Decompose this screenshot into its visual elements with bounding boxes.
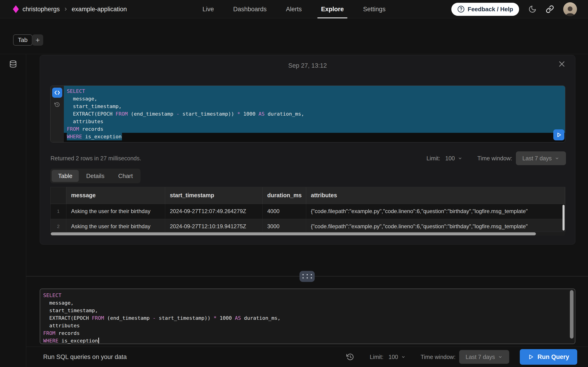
result-meta: Returned 2 rows in 27 milliseconds. [51,155,141,162]
scrollbar-thumb[interactable] [562,205,565,231]
chevron-down-icon [401,354,406,359]
run-query-label: Run Query [537,353,569,361]
link-icon [546,5,554,13]
feedback-help-button[interactable]: Feedback / Help [451,3,519,16]
nav-item-alerts[interactable]: Alerts [285,0,303,18]
scrollbar-thumb[interactable] [51,232,536,235]
nav-item-dashboards[interactable]: Dashboards [232,0,268,18]
logfire-logo[interactable] [13,5,19,13]
table-cell[interactable]: 2024-09-27T12:10:19.941275Z [165,219,262,232]
breadcrumb-org[interactable]: christophergs [23,6,60,13]
add-tab-button[interactable]: + [32,34,43,46]
editor-hint: Run SQL queries on your data [43,353,345,361]
chevron-down-icon [554,156,560,161]
nav-item-settings[interactable]: Settings [362,0,387,18]
view-tabs: TableDetailsChart [50,169,141,183]
table-cell[interactable]: 3000 [262,219,306,232]
result-meta-row: Returned 2 rows in 27 milliseconds. Limi… [51,151,566,165]
share-link-button[interactable] [546,5,554,13]
breadcrumb-chevron-icon [63,7,68,11]
row-number: 1 [51,204,66,219]
breadcrumb: christophergs example-application [13,0,127,18]
query-history-button[interactable] [345,353,355,361]
sql-history-block: SELECT message, start_timestamp, EXTRACT… [50,85,565,142]
run-query-button[interactable]: Run Query [520,349,577,365]
limit-value: 100 [445,155,455,162]
code-view-button[interactable] [52,88,62,98]
database-icon[interactable] [9,60,17,68]
nav-item-live[interactable]: Live [202,0,215,18]
close-button[interactable] [559,61,565,67]
close-icon [559,61,565,67]
sql-query-display[interactable]: SELECT message, start_timestamp, EXTRACT… [64,86,565,142]
time-window-value: Last 7 days [466,354,495,360]
panel-divider [26,276,588,276]
view-tab-details[interactable]: Details [80,170,111,182]
limit-select[interactable]: 100 [387,353,407,361]
table-cell[interactable]: {"code.filepath":"example.py","code.line… [306,204,565,219]
tab-bar: Tab + [0,18,588,54]
sql-editor-code[interactable]: SELECT message, start_timestamp, EXTRACT… [40,289,575,344]
play-icon [528,354,534,360]
table-cell[interactable]: Asking the user for their birthday [66,219,165,232]
row-number: 2 [51,219,66,232]
feedback-help-label: Feedback / Help [468,6,513,13]
editor-scrollbar[interactable] [570,290,573,342]
time-window-select[interactable]: Last 7 days [516,151,566,165]
table-body: 1Asking the user for their birthday2024-… [51,204,565,232]
result-controls: Limit: 100 Time window: Last 7 days [426,151,566,165]
primary-nav: LiveDashboardsAlertsExploreSettings [202,0,387,18]
tab-button[interactable]: Tab [13,34,32,46]
table-header-row: messagestart_timestampduration_msattribu… [51,187,565,204]
moon-icon [528,5,536,13]
breadcrumb-project[interactable]: example-application [72,6,127,13]
history-icon [54,101,60,108]
theme-toggle-button[interactable] [528,5,536,13]
results-table-clip: messagestart_timestampduration_msattribu… [50,187,565,232]
column-header-start_timestamp: start_timestamp [165,187,262,204]
table-row[interactable]: 1Asking the user for their birthday2024-… [51,204,565,219]
table-cell[interactable]: 2024-09-27T12:07:49.264279Z [165,204,262,219]
view-tab-chart[interactable]: Chart [112,170,139,182]
query-timestamp: Sep 27, 13:12 [40,62,575,69]
table-cell[interactable]: {"code.filepath":"example.py","code.line… [306,219,565,232]
scrollbar-thumb[interactable] [570,290,573,339]
limit-label: Limit: [370,354,384,360]
table-row[interactable]: 2Asking the user for their birthday2024-… [51,219,565,232]
time-window-label: Time window: [477,155,512,162]
sql-editor[interactable]: SELECT message, start_timestamp, EXTRACT… [40,289,575,344]
table-cell[interactable]: Asking the user for their birthday [66,204,165,219]
text-caret [98,338,99,343]
chevron-down-icon [458,156,463,161]
table-cell[interactable]: 4000 [262,204,306,219]
divider-drag-handle[interactable] [300,271,315,282]
query-history-button[interactable] [53,100,61,109]
limit-select[interactable]: 100 [444,155,464,162]
view-tab-table[interactable]: Table [52,170,79,182]
limit-value: 100 [389,354,398,360]
top-nav: christophergs example-application LiveDa… [0,0,588,18]
data-table: messagestart_timestampduration_msattribu… [51,187,565,232]
time-window-select[interactable]: Last 7 days [459,350,509,364]
code-icon [54,89,61,96]
table-horizontal-scrollbar[interactable] [50,232,565,236]
column-header-duration_ms: duration_ms [262,187,306,204]
rerun-query-button[interactable] [553,129,564,140]
history-icon [346,353,354,361]
bottom-bar: Run SQL queries on your data Limit: 100 … [26,347,588,367]
table-vertical-scrollbar[interactable] [562,205,565,232]
nav-item-explore[interactable]: Explore [320,0,345,18]
query-result-card: Sep 27, 13:12 SELECT message, start_time… [40,55,575,244]
results-table: messagestart_timestampduration_msattribu… [50,187,565,236]
code-gutter [51,86,64,142]
help-circle-icon [457,6,465,13]
avatar-person [563,4,577,16]
play-icon [556,132,562,138]
avatar[interactable] [563,2,577,16]
column-header-gutter [51,187,66,204]
time-window-label: Time window: [421,354,456,360]
nav-actions: Feedback / Help [451,0,577,18]
sidebar [0,54,26,367]
limit-label: Limit: [426,155,440,162]
column-header-attributes: attributes [306,187,565,204]
